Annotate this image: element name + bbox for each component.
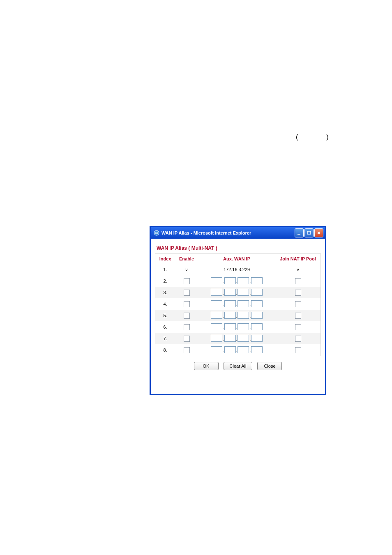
- ip-input[interactable]: ...: [211, 289, 263, 296]
- table-row: 7. ...: [155, 333, 321, 344]
- header-index: Index: [155, 254, 175, 264]
- natpool-checkbox[interactable]: [295, 347, 301, 353]
- close-button-form[interactable]: Close: [257, 362, 282, 370]
- svg-rect-1: [297, 234, 300, 235]
- table-row: 3. ...: [155, 287, 321, 298]
- header-enable: Enable: [175, 254, 198, 264]
- paren-close: ): [326, 134, 328, 140]
- section-title: WAN IP Alias ( Multi-NAT ): [157, 245, 321, 251]
- enable-checkbox[interactable]: [184, 290, 190, 296]
- natpool-checkbox[interactable]: [295, 301, 301, 307]
- enable-checkbox[interactable]: [184, 336, 190, 342]
- table-row: 6. ...: [155, 321, 321, 333]
- row-index: 6.: [155, 321, 175, 333]
- window-title: WAN IP Alias - Microsoft Internet Explor…: [161, 230, 251, 235]
- ip-input[interactable]: ...: [211, 277, 263, 284]
- natpool-checkbox[interactable]: [295, 336, 301, 342]
- natpool-checkbox[interactable]: [295, 313, 301, 319]
- table-row: 4. ...: [155, 298, 321, 310]
- enable-checkbox[interactable]: [184, 301, 190, 307]
- close-button[interactable]: [314, 228, 323, 237]
- header-auxip: Aux. WAN IP: [198, 254, 275, 264]
- enable-checkbox[interactable]: [184, 347, 190, 353]
- row-index: 7.: [155, 333, 175, 344]
- table-row: 8. ...: [155, 344, 321, 356]
- row-index: 3.: [155, 287, 175, 298]
- natpool-checkbox[interactable]: [295, 278, 301, 284]
- ie-icon: [153, 230, 160, 236]
- wan-ip-alias-window: WAN IP Alias - Microsoft Internet Explor…: [150, 226, 326, 395]
- titlebar: WAN IP Alias - Microsoft Internet Explor…: [151, 227, 325, 239]
- ip-input[interactable]: ...: [211, 300, 263, 307]
- row-index: 1.: [155, 264, 175, 275]
- enable-checkbox[interactable]: [184, 324, 190, 330]
- minimize-button[interactable]: [295, 228, 304, 237]
- enable-checkbox[interactable]: [184, 278, 190, 284]
- ok-button[interactable]: OK: [194, 362, 219, 370]
- table-row: 2. ...: [155, 275, 321, 287]
- table-row: 1. v 172.16.3.229 v: [155, 264, 321, 275]
- ip-input[interactable]: ...: [211, 323, 263, 330]
- maximize-button[interactable]: [304, 228, 314, 237]
- natpool-checkbox[interactable]: [295, 324, 301, 330]
- row-index: 8.: [155, 344, 175, 356]
- ip-input[interactable]: ...: [211, 312, 263, 319]
- natpool-check: v: [297, 267, 299, 272]
- natpool-checkbox[interactable]: [295, 290, 301, 296]
- clear-all-button[interactable]: Clear All: [224, 362, 253, 370]
- ip-input[interactable]: ...: [211, 335, 263, 342]
- row-index: 4.: [155, 298, 175, 310]
- svg-rect-2: [307, 231, 311, 234]
- paren-open: (: [296, 134, 298, 140]
- aux-ip-value: 172.16.3.229: [198, 264, 275, 275]
- ip-input[interactable]: ...: [211, 346, 263, 353]
- row-index: 5.: [155, 310, 175, 321]
- enable-check: v: [185, 267, 188, 272]
- row-index: 2.: [155, 275, 175, 287]
- header-natpool: Join NAT IP Pool: [275, 254, 321, 264]
- table-row: 5. ...: [155, 310, 321, 321]
- enable-checkbox[interactable]: [184, 313, 190, 319]
- alias-table: Index Enable Aux. WAN IP Join NAT IP Poo…: [155, 253, 321, 356]
